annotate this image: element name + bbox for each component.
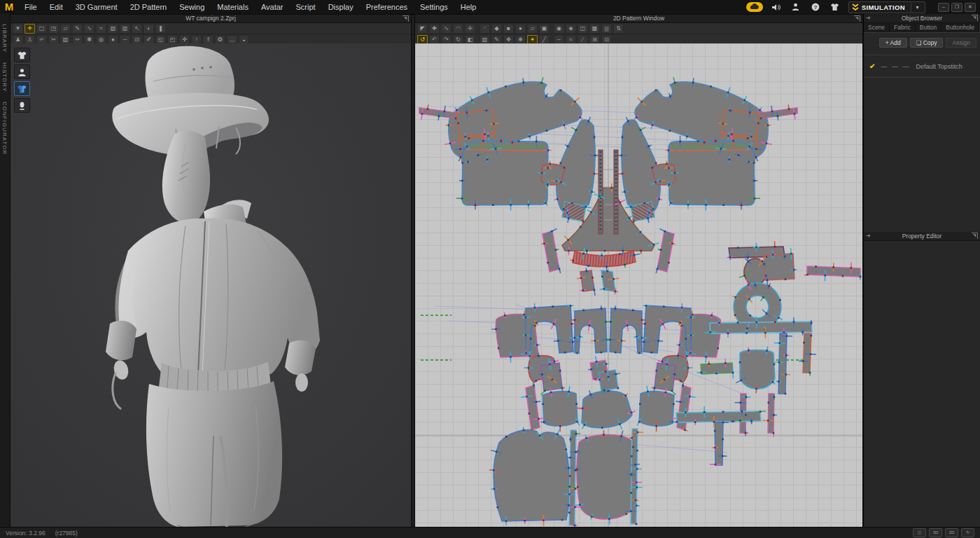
pattern-piece[interactable]: [764, 254, 794, 280]
menu-bar: M FileEdit3D Garment2D PatternSewingMate…: [0, 0, 980, 15]
edit-round-tool[interactable]: ◜: [479, 24, 490, 34]
pattern-piece[interactable]: [573, 251, 636, 267]
tab-button[interactable]: Button: [916, 23, 942, 32]
object-browser-tabs: SceneFabricButtonButtonholeTopstitch: [864, 23, 980, 33]
ellipse-tool[interactable]: ●: [515, 24, 526, 34]
fold-tool[interactable]: ◗: [144, 24, 154, 34]
pattern-piece[interactable]: [493, 430, 570, 521]
tab-fabric[interactable]: Fabric: [890, 23, 916, 32]
toggle-show-jacket[interactable]: [14, 81, 30, 96]
float-window-icon[interactable]: ◥: [972, 15, 978, 21]
transform-pattern-tool[interactable]: ◤: [417, 24, 428, 34]
menu-display[interactable]: Display: [322, 0, 360, 14]
restore-button[interactable]: ❐: [951, 3, 962, 12]
3d-window-button[interactable]: 3D: [929, 528, 942, 537]
pattern-piece[interactable]: [419, 108, 456, 118]
grainline-tool[interactable]: ⇅: [613, 24, 624, 34]
pattern-piece[interactable]: [542, 231, 559, 272]
edit-sewing-3d-tool[interactable]: ∿: [84, 24, 94, 34]
dart-polygon-tool[interactable]: ▱: [527, 24, 538, 34]
menu-script[interactable]: Script: [290, 0, 322, 14]
add-button[interactable]: + Add: [879, 38, 907, 48]
menu-edit[interactable]: Edit: [43, 0, 69, 14]
transform-feature-tool[interactable]: ◳: [48, 24, 59, 34]
2d-window-button[interactable]: 2D: [945, 528, 958, 537]
pin-tool[interactable]: ↖: [132, 24, 142, 34]
marvelous-designer-app: M FileEdit3D Garment2D PatternSewingMate…: [0, 0, 980, 538]
simulation-button[interactable]: SIMULATION ▼: [848, 1, 925, 13]
sound-icon[interactable]: [770, 2, 783, 12]
trousers-tool[interactable]: ▥: [120, 24, 130, 34]
pattern-piece[interactable]: [575, 308, 607, 353]
menu-help[interactable]: Help: [454, 0, 483, 14]
minimize-button[interactable]: –: [938, 3, 949, 12]
tab-buttonhole[interactable]: Buttonhole: [941, 23, 979, 32]
pattern-piece[interactable]: [676, 411, 761, 422]
pen-3d-tool[interactable]: ✎: [72, 24, 83, 34]
topstitch-list-item[interactable]: ✔ — — — Default Topstitch: [864, 58, 980, 74]
rail-tab-library[interactable]: LIBRARY: [1, 24, 8, 53]
segment-sewing-3d-tool[interactable]: ≈: [96, 24, 106, 34]
split-view-button[interactable]: ◫: [913, 528, 926, 537]
pattern-piece[interactable]: [803, 333, 811, 373]
pattern-piece[interactable]: [768, 394, 774, 433]
clone-pattern-tool[interactable]: ▩: [589, 24, 600, 34]
help-icon[interactable]: ?: [809, 2, 822, 12]
garment-pair-tool[interactable]: ▧: [108, 24, 118, 34]
pattern-piece[interactable]: [457, 110, 495, 137]
menu-avatar[interactable]: Avatar: [255, 0, 290, 14]
garment-icon[interactable]: [829, 2, 841, 12]
toggle-show-avatar[interactable]: [14, 64, 30, 79]
dart-ellipse-tool[interactable]: ◉: [554, 24, 564, 34]
toggle-show-head[interactable]: [14, 98, 30, 113]
float-window-icon[interactable]: ◥: [402, 15, 409, 22]
simulation-dropdown-caret[interactable]: ▼: [911, 3, 923, 12]
float-window-icon[interactable]: ◥: [972, 233, 978, 239]
simulate-tool[interactable]: ▼: [13, 24, 23, 34]
rail-tab-configurator[interactable]: CONFIGURATOR: [1, 102, 8, 155]
float-window-icon[interactable]: ◥: [854, 15, 860, 22]
cloud-sync-badge[interactable]: [746, 2, 763, 12]
pattern-piece[interactable]: [526, 385, 540, 430]
menu-preferences[interactable]: Preferences: [360, 0, 414, 14]
copy-button[interactable]: ❏ Copy: [910, 38, 944, 48]
rectangle-tool[interactable]: ■: [503, 24, 514, 34]
close-button[interactable]: ✕: [965, 3, 976, 12]
garment-3d-view[interactable]: [10, 43, 411, 527]
menu-settings[interactable]: Settings: [414, 0, 454, 14]
menu-2d-pattern[interactable]: 2D Pattern: [124, 0, 174, 14]
dock-collapse-icon[interactable]: ➔: [866, 233, 871, 239]
toggle-show-garment[interactable]: [14, 48, 30, 62]
add-point-tool[interactable]: ✢: [465, 24, 475, 34]
pleats-tool[interactable]: |||: [601, 24, 612, 34]
rail-tab-history[interactable]: HISTORY: [1, 62, 8, 92]
polygon-tool[interactable]: ◆: [491, 24, 502, 34]
pattern-piece[interactable]: [541, 363, 562, 391]
sync-button[interactable]: ↻: [961, 528, 974, 537]
pattern-piece[interactable]: [715, 422, 723, 465]
pattern-piece[interactable]: [569, 430, 576, 525]
tab-scene[interactable]: Scene: [864, 23, 890, 32]
pattern-piece[interactable]: [598, 370, 618, 391]
grainline-3d-tool[interactable]: ❚: [155, 24, 166, 34]
assign-button[interactable]: Assign: [946, 38, 976, 48]
dart-tool[interactable]: ◈: [566, 24, 576, 34]
edit-pattern-tool[interactable]: ✚: [429, 24, 440, 34]
menu-file[interactable]: File: [18, 0, 43, 14]
edit-curve-point-tool[interactable]: ◠: [453, 24, 463, 34]
menu-sewing[interactable]: Sewing: [173, 0, 211, 14]
dock-collapse-icon[interactable]: ➔: [866, 15, 871, 21]
menu-materials[interactable]: Materials: [211, 0, 255, 14]
trace-tool[interactable]: ◫: [578, 24, 588, 34]
pattern-piece[interactable]: [740, 350, 775, 389]
arrangement-tool[interactable]: ▱: [60, 24, 71, 34]
dart-rectangle-tool[interactable]: ▣: [539, 24, 550, 34]
menu-3d-garment[interactable]: 3D Garment: [69, 0, 124, 14]
select-box-tool[interactable]: ▢: [36, 24, 47, 34]
edit-curvature-tool[interactable]: ∿: [441, 24, 451, 34]
user-icon[interactable]: [790, 2, 802, 12]
pattern-piece[interactable]: [577, 434, 636, 519]
select-move-tool[interactable]: ✛: [24, 24, 35, 34]
pattern-piece[interactable]: [710, 322, 812, 333]
pattern-2d-canvas[interactable]: [415, 43, 862, 527]
